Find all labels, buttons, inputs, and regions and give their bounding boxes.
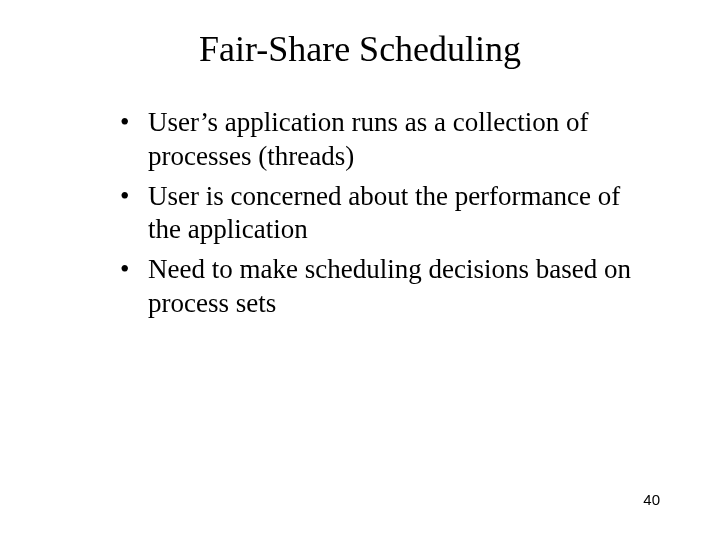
slide-title: Fair-Share Scheduling <box>60 28 660 70</box>
bullet-item: User’s application runs as a collection … <box>120 106 640 174</box>
slide: Fair-Share Scheduling User’s application… <box>0 0 720 540</box>
bullet-list: User’s application runs as a collection … <box>120 106 640 321</box>
slide-content: User’s application runs as a collection … <box>60 106 660 321</box>
bullet-item: User is concerned about the performance … <box>120 180 640 248</box>
bullet-item: Need to make scheduling decisions based … <box>120 253 640 321</box>
page-number: 40 <box>643 491 660 508</box>
